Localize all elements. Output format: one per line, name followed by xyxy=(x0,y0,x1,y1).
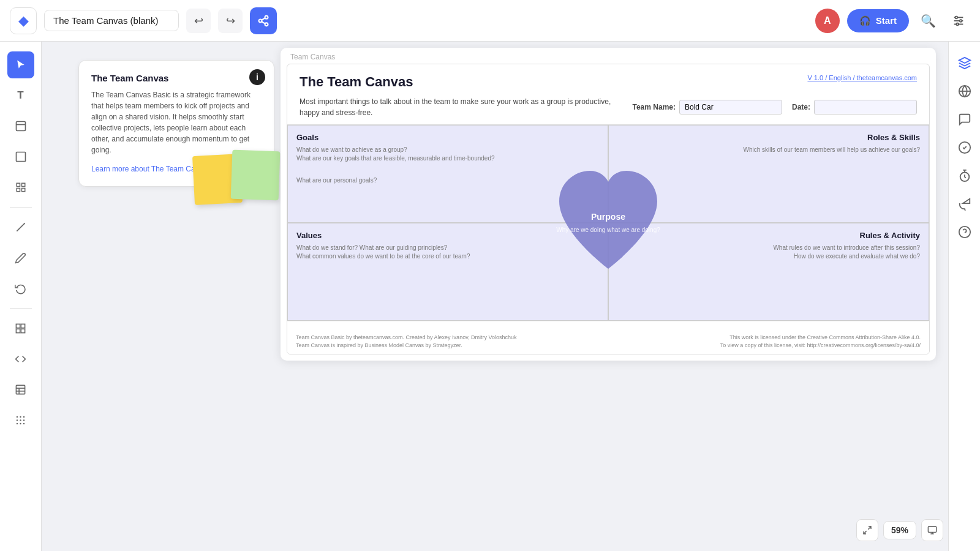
panel-title: The Team Canvas xyxy=(91,73,262,83)
canvas-area[interactable]: The Team Canvas i The Team Canvas Basic … xyxy=(42,42,948,551)
svg-point-28 xyxy=(20,416,21,417)
tool-draw[interactable] xyxy=(7,244,34,271)
megaphone-icon xyxy=(958,197,971,211)
svg-rect-17 xyxy=(21,189,24,192)
right-layers-button[interactable] xyxy=(953,51,976,75)
right-timer-button[interactable] xyxy=(953,164,976,187)
date-input[interactable] xyxy=(814,100,917,114)
footer-right: This work is licensed under the Creative… xyxy=(720,325,921,350)
goals-title: Goals xyxy=(296,133,599,142)
help-icon xyxy=(958,225,971,239)
svg-line-18 xyxy=(17,223,24,231)
svg-line-3 xyxy=(262,21,265,23)
settings-button[interactable] xyxy=(947,9,970,32)
right-sidebar xyxy=(948,42,980,551)
tool-rotate[interactable] xyxy=(7,275,34,302)
goals-prompt1: What do we want to achieve as a group? W… xyxy=(296,146,599,163)
zoom-level: 59% xyxy=(883,521,916,539)
svg-rect-13 xyxy=(16,152,25,162)
goals-prompt2: What are our personal goals? xyxy=(296,176,599,185)
tool-apps[interactable] xyxy=(7,407,34,433)
team-canvas-document: Team Canvas The Team Canvas V 1.0 / Engl… xyxy=(281,48,936,361)
tool-frame[interactable] xyxy=(7,143,34,170)
redo-icon: ↪ xyxy=(226,14,235,28)
tool-line[interactable] xyxy=(7,214,34,241)
left-toolbar: T xyxy=(0,42,42,551)
date-field-group: Date: xyxy=(792,100,917,114)
cursor-icon xyxy=(15,59,27,71)
tool-sticky[interactable] xyxy=(7,113,34,140)
svg-rect-22 xyxy=(21,329,24,332)
toolbar-divider xyxy=(10,207,32,208)
layers-icon xyxy=(958,56,971,70)
tool-select[interactable] xyxy=(7,51,34,78)
team-name-input[interactable] xyxy=(679,100,782,114)
svg-point-31 xyxy=(20,419,21,421)
right-globe-button[interactable] xyxy=(953,80,976,103)
values-prompt: What do we stand for? What are our guidi… xyxy=(296,244,599,261)
svg-rect-19 xyxy=(16,324,20,328)
rules-activity-title: Rules & Activity xyxy=(617,231,920,240)
team-name-field-group: Team Name: xyxy=(633,100,782,114)
svg-point-27 xyxy=(17,416,18,417)
right-chat-button[interactable] xyxy=(953,108,976,131)
rotate-icon xyxy=(15,283,26,294)
search-button[interactable]: 🔍 xyxy=(916,9,940,32)
canvas-description: Most important things to talk about in t… xyxy=(300,96,623,118)
frame-fit-button[interactable] xyxy=(856,519,878,541)
apps-icon xyxy=(15,414,26,426)
user-avatar[interactable]: A xyxy=(815,9,840,33)
svg-point-33 xyxy=(17,422,18,424)
toolbar-divider-2 xyxy=(10,308,32,309)
share-icon xyxy=(257,15,270,27)
share-button[interactable] xyxy=(250,7,277,34)
canvas-inner: The Team Canvas V 1.0 / English / thetea… xyxy=(287,64,930,354)
right-help-button[interactable] xyxy=(953,220,976,244)
svg-marker-36 xyxy=(959,58,970,63)
tool-code[interactable] xyxy=(7,345,34,372)
tool-grid[interactable] xyxy=(7,174,34,201)
panel-description: The Team Canvas Basic is a strategic fra… xyxy=(91,89,262,156)
tool-table[interactable] xyxy=(7,376,34,403)
canvas-document-label: Team Canvas xyxy=(281,48,936,64)
date-label: Date: xyxy=(792,103,810,111)
svg-rect-23 xyxy=(16,385,24,394)
svg-point-9 xyxy=(960,20,962,22)
canvas-version-link[interactable]: V 1.0 / English / theteamcanvas.com xyxy=(807,74,917,81)
svg-rect-15 xyxy=(21,183,24,186)
document-title-input[interactable] xyxy=(44,10,179,31)
svg-line-4 xyxy=(262,18,265,20)
redo-button[interactable]: ↪ xyxy=(218,9,243,33)
undo-button[interactable]: ↩ xyxy=(186,9,211,33)
logo-button[interactable]: ◆ xyxy=(10,7,37,34)
info-icon-button[interactable]: i xyxy=(249,69,265,85)
team-name-label: Team Name: xyxy=(633,103,676,111)
tool-component[interactable] xyxy=(7,315,34,342)
canvas-grid: Goals What do we want to achieve as a gr… xyxy=(287,125,929,321)
component-icon xyxy=(15,323,26,334)
code-icon xyxy=(15,353,26,365)
svg-line-46 xyxy=(864,531,867,534)
start-button[interactable]: 🎧 Start xyxy=(847,9,909,32)
canvas-footer: Team Canvas Basic by theteamcanvas.com. … xyxy=(287,321,929,354)
tool-text[interactable]: T xyxy=(7,82,34,109)
svg-rect-21 xyxy=(16,329,20,332)
right-check-button[interactable] xyxy=(953,136,976,159)
values-cell: Values What do we stand for? What are ou… xyxy=(287,223,608,321)
svg-rect-14 xyxy=(17,183,20,186)
sticky-note-green[interactable] xyxy=(231,150,281,201)
svg-point-29 xyxy=(23,416,24,417)
sticky-icon xyxy=(15,120,27,132)
bottom-right-controls: 59% xyxy=(856,519,943,541)
canvas-title: The Team Canvas xyxy=(300,74,413,90)
line-icon xyxy=(15,221,27,233)
present-button[interactable] xyxy=(921,519,943,541)
fit-frame-icon xyxy=(862,525,872,535)
svg-rect-11 xyxy=(16,122,25,131)
rules-activity-prompt: What rules do we want to introduce after… xyxy=(617,244,920,261)
pencil-icon xyxy=(15,252,26,264)
svg-point-8 xyxy=(956,16,958,18)
right-megaphone-button[interactable] xyxy=(953,192,976,216)
monitor-icon xyxy=(927,525,937,535)
values-title: Values xyxy=(296,231,599,240)
